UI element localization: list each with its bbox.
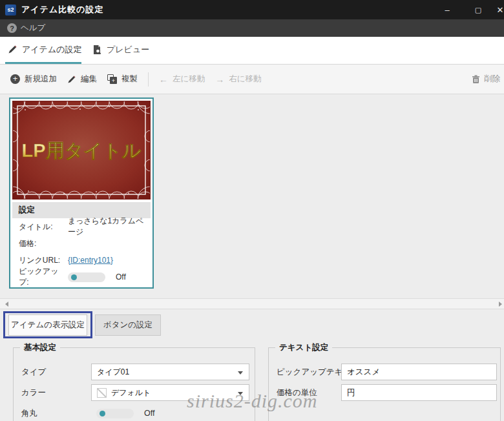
card-field-title: タイトル: まっさらな1カラムページ [12,218,151,235]
transparent-swatch-icon [97,388,107,398]
price-unit-label: 価格の単位 [277,387,317,398]
annotation-highlight-box: アイテムの表示設定 [3,311,92,338]
preview-icon [92,45,102,55]
field-label: リンクURL: [19,255,68,266]
item-thumbnail: LP用タイトル [12,101,151,200]
add-item-button[interactable]: + 新規追加 [10,74,57,85]
scroll-left-icon[interactable] [5,302,8,307]
basic-settings-group: 基本設定 タイプ タイプ01 カラー デフォルト 角丸 Off [13,347,255,421]
field-label: 価格: [19,238,68,249]
help-label: ヘルプ [21,23,45,34]
maximize-button[interactable]: ▢ [469,0,487,19]
field-label: ピックアップ: [19,266,68,288]
color-select-value: デフォルト [111,387,151,398]
move-right-button[interactable]: → 右に移動 [215,74,261,85]
pencil-icon [8,45,17,54]
tab-button-settings[interactable]: ボタンの設定 [95,314,161,336]
edit-button[interactable]: 編集 [67,74,97,85]
tab-preview-label: プレビュー [107,44,149,56]
card-field-pickup: ピックアップ: Off [12,269,151,285]
close-button[interactable]: ✕ [491,0,504,19]
toggle-knob [71,274,77,280]
arrow-left-icon: ← [159,74,168,85]
add-item-label: 新規追加 [25,74,57,85]
corner-radius-state: Off [144,409,154,418]
chevron-down-icon [238,371,243,375]
app-window: s2 アイテム比較の設定 – ▢ ✕ ? ヘルプ アイテムの設定 [0,0,504,421]
tab-item-display-settings[interactable]: アイテムの表示設定 [8,314,87,336]
toggle-knob [100,411,105,416]
minimize-button[interactable]: – [438,0,456,19]
duplicate-button[interactable]: + 複製 [107,74,138,85]
delete-label: 削除 [484,74,500,85]
price-unit-row: 価格の単位 [277,384,317,401]
scroll-right-icon[interactable] [499,302,502,307]
entry-link[interactable]: {ID:entry101} [68,256,113,265]
corner-radius-label: 角丸 [21,408,37,419]
arrow-right-icon: → [215,74,224,85]
pickup-toggle[interactable] [68,272,105,282]
pickup-text-input[interactable] [341,364,497,380]
corner-radius-toggle[interactable] [96,409,134,418]
pickup-toggle-state: Off [116,272,126,282]
type-select-value: タイプ01 [97,367,129,378]
trash-icon [472,75,480,84]
chevron-down-icon [238,392,243,395]
toolbar-separator [148,72,149,87]
edit-label: 編集 [81,74,97,85]
thumbnail-title-text: LP用タイトル [22,140,142,161]
active-tab-underline [5,62,81,64]
toolbar: + 新規追加 編集 + 複製 ← 左に移動 → 右に移動 [0,65,504,94]
move-left-button[interactable]: ← 左に移動 [159,74,205,85]
app-icon: s2 [5,5,16,15]
type-row: タイプ [21,364,46,380]
color-row: カラー [21,384,46,401]
duplicate-icon: + [107,74,117,84]
type-label: タイプ [21,367,46,378]
menu-help[interactable]: ? ヘルプ [7,23,45,34]
type-select[interactable]: タイプ01 [91,364,249,380]
basic-settings-title: 基本設定 [20,342,60,353]
menubar: ? ヘルプ [0,19,504,37]
move-left-label: 左に移動 [173,74,205,85]
price-unit-input[interactable] [341,384,497,401]
titlebar: s2 アイテム比較の設定 – ▢ ✕ [0,0,504,19]
move-right-label: 右に移動 [229,74,261,85]
text-settings-group: テキスト設定 ピックアップテキスト 価格の単位 [268,347,501,421]
corner-radius-row: 角丸 [21,405,37,421]
horizontal-scrollbar[interactable] [0,298,504,309]
tab-item-settings[interactable]: アイテムの設定 [8,37,82,62]
field-value: まっさらな1カラムページ [68,216,151,238]
plus-circle-icon: + [10,74,20,84]
top-tabstrip: アイテムの設定 プレビュー [0,37,504,65]
window-title: アイテム比較の設定 [21,4,104,15]
pencil-icon [67,75,76,84]
color-select[interactable]: デフォルト [91,384,249,401]
tab-preview[interactable]: プレビュー [92,37,149,62]
item-card[interactable]: LP用タイトル 設定 タイトル: まっさらな1カラムページ 価格: リンクURL… [9,98,154,289]
tab-item-settings-label: アイテムの設定 [22,44,82,56]
field-label: タイトル: [19,221,68,232]
corner-radius-control: Off [96,405,154,421]
help-icon: ? [7,23,17,33]
text-settings-title: テキスト設定 [275,342,332,353]
color-label: カラー [21,387,46,398]
duplicate-label: 複製 [121,74,138,85]
delete-button[interactable]: 削除 [472,65,500,94]
